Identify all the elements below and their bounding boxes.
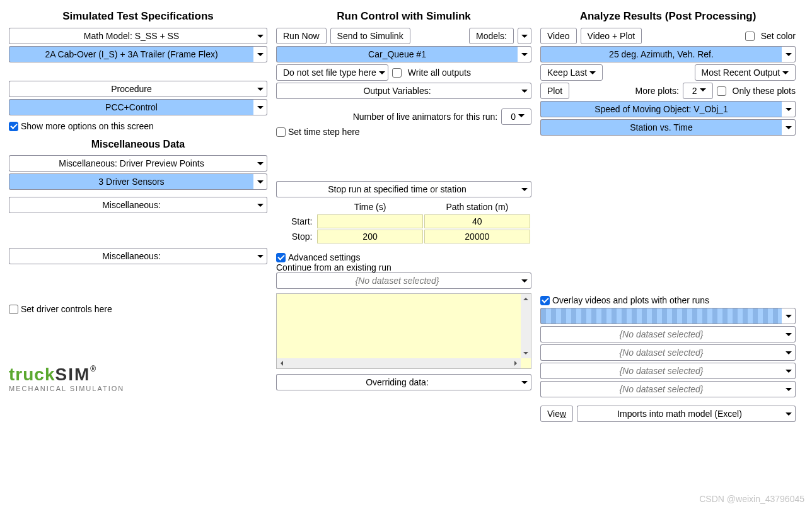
sim-spec-title: Simulated Test Specifications xyxy=(9,10,267,23)
file-type-select[interactable]: Do not set file type here xyxy=(276,64,388,81)
start-label: Start: xyxy=(277,214,316,228)
write-all-outputs-checkbox[interactable] xyxy=(392,68,402,78)
overlay-dataset-4[interactable]: {No dataset selected} xyxy=(540,363,782,379)
show-more-checkbox-row[interactable]: Show more options on this screen xyxy=(9,121,267,131)
station-header: Path station (m) xyxy=(424,201,530,213)
most-recent-select[interactable]: Most Recent Output xyxy=(695,64,796,81)
only-these-plots-label: Only these plots xyxy=(733,86,796,96)
overlay-dataset-2[interactable]: {No dataset selected} xyxy=(540,326,782,342)
more-plots-label: More plots: xyxy=(635,86,679,96)
start-stop-table: Time (s) Path station (m) Start: 40 Stop… xyxy=(276,199,531,245)
imports-caret[interactable] xyxy=(782,406,796,422)
car-queue-caret[interactable] xyxy=(518,46,531,62)
plot2-caret[interactable] xyxy=(782,119,796,136)
continue-run-label: Continue from an existing run xyxy=(276,262,531,272)
overriding-data-caret[interactable] xyxy=(518,374,531,390)
overlay-checkbox[interactable] xyxy=(540,296,550,305)
video-button[interactable]: Video xyxy=(540,28,577,44)
keep-last-select[interactable]: Keep Last xyxy=(540,64,603,81)
write-all-outputs-label: Write all outputs xyxy=(408,67,471,78)
overlay-row[interactable]: Overlay videos and plots with other runs xyxy=(540,295,796,305)
advanced-settings-row[interactable]: Advanced settings xyxy=(276,252,531,262)
car-queue-field[interactable]: Car_Queue #1 xyxy=(276,46,518,62)
misc1-value-caret[interactable] xyxy=(253,173,267,190)
notes-textbox[interactable] xyxy=(276,293,531,369)
only-these-plots-checkbox[interactable] xyxy=(717,86,726,96)
azimuth-caret[interactable] xyxy=(782,46,796,62)
output-variables-field[interactable]: Output Variables: xyxy=(276,83,518,99)
procedure-label-field[interactable]: Procedure xyxy=(9,81,253,97)
advanced-settings-checkbox[interactable] xyxy=(276,253,286,262)
procedure-value-caret[interactable] xyxy=(253,99,267,115)
run-control-title: Run Control with Simulink xyxy=(276,10,531,23)
more-plots-select[interactable]: 2 xyxy=(683,83,713,99)
misc2-caret[interactable] xyxy=(253,197,267,213)
azimuth-field[interactable]: 25 deg. Azimuth, Veh. Ref. xyxy=(540,46,782,62)
view-button[interactable]: View xyxy=(540,406,573,422)
misc2-label[interactable]: Miscellaneous: xyxy=(9,197,253,213)
misc1-label[interactable]: Miscellaneous: Driver Preview Points xyxy=(9,155,253,172)
plot1-field[interactable]: Speed of Moving Object: V_Obj_1 xyxy=(540,101,782,117)
run-now-button[interactable]: Run Now xyxy=(276,28,327,44)
time-header: Time (s) xyxy=(317,201,422,213)
misc-data-title: Miscellaneous Data xyxy=(9,139,267,150)
set-time-step-checkbox[interactable] xyxy=(276,127,286,137)
vehicle-caret[interactable] xyxy=(253,46,267,62)
set-driver-label: Set driver controls here xyxy=(21,304,112,314)
stop-label: Stop: xyxy=(277,230,316,243)
math-model-field[interactable]: Math Model: S_SS + SS xyxy=(9,28,253,44)
stop-option-caret[interactable] xyxy=(518,181,531,197)
math-model-caret[interactable] xyxy=(253,28,267,44)
plot-button[interactable]: Plot xyxy=(540,83,569,99)
overlay-dataset-3[interactable]: {No dataset selected} xyxy=(540,344,782,361)
stop-station-input[interactable]: 20000 xyxy=(424,230,530,243)
overlay-dataset-2-caret[interactable] xyxy=(782,326,796,342)
overlay-dataset-3-caret[interactable] xyxy=(782,344,796,361)
animators-select[interactable]: 0 xyxy=(501,108,531,125)
continue-dataset-field[interactable]: {No dataset selected} xyxy=(276,272,518,289)
plot1-caret[interactable] xyxy=(782,101,796,117)
animators-label: Number of live animators for this run: xyxy=(353,112,498,122)
show-more-label: Show more options on this screen xyxy=(21,121,154,131)
set-driver-checkbox[interactable] xyxy=(9,305,18,314)
set-time-step-row[interactable]: Set time step here xyxy=(276,127,531,137)
stop-option-field[interactable]: Stop run at specified time or station xyxy=(276,181,518,197)
video-plot-button[interactable]: Video + Plot xyxy=(581,28,642,44)
imports-field[interactable]: Imports into math model (Excel) xyxy=(577,406,782,422)
models-button[interactable]: Models: xyxy=(469,28,514,44)
start-station-input[interactable]: 40 xyxy=(424,214,530,228)
misc3-caret[interactable] xyxy=(253,248,267,264)
models-caret[interactable] xyxy=(518,28,531,44)
send-to-simulink-button[interactable]: Send to Simulink xyxy=(330,28,410,44)
misc1-caret[interactable] xyxy=(253,155,267,172)
overlay-label: Overlay videos and plots with other runs xyxy=(552,295,709,305)
horizontal-scrollbar[interactable] xyxy=(277,358,521,368)
overlay-dataset-4-caret[interactable] xyxy=(782,363,796,379)
output-variables-caret[interactable] xyxy=(518,83,531,99)
misc3-label[interactable]: Miscellaneous: xyxy=(9,248,253,264)
show-more-checkbox[interactable] xyxy=(9,122,18,131)
overlay-dataset-5-caret[interactable] xyxy=(782,381,796,397)
continue-dataset-caret[interactable] xyxy=(518,272,531,289)
procedure-value-field[interactable]: PCC+Control xyxy=(9,99,253,115)
misc1-value[interactable]: 3 Driver Sensors xyxy=(9,173,253,190)
overlay-dataset-1-caret[interactable] xyxy=(782,308,796,324)
stop-time-input[interactable]: 200 xyxy=(317,230,422,243)
set-time-step-label: Set time step here xyxy=(288,127,360,137)
analyze-title: Analyze Results (Post Processing) xyxy=(540,10,796,23)
logo: truckSIM® MECHANICAL SIMULATION xyxy=(9,365,267,392)
plot2-field[interactable]: Station vs. Time xyxy=(540,119,782,136)
overlay-dataset-5[interactable]: {No dataset selected} xyxy=(540,381,782,397)
start-time-input[interactable] xyxy=(317,214,422,228)
vertical-scrollbar[interactable] xyxy=(521,294,531,358)
overlay-dataset-1[interactable] xyxy=(540,308,782,324)
overriding-data-field[interactable]: Overriding data: xyxy=(276,374,518,390)
set-color-checkbox[interactable] xyxy=(745,32,755,41)
advanced-settings-label: Advanced settings xyxy=(288,252,360,262)
set-color-label: Set color xyxy=(761,31,796,41)
procedure-label-caret[interactable] xyxy=(253,81,267,97)
vehicle-field[interactable]: 2A Cab-Over (I_S) + 3A Trailer (Frame Fl… xyxy=(9,46,253,62)
set-driver-checkbox-row[interactable]: Set driver controls here xyxy=(9,304,267,314)
